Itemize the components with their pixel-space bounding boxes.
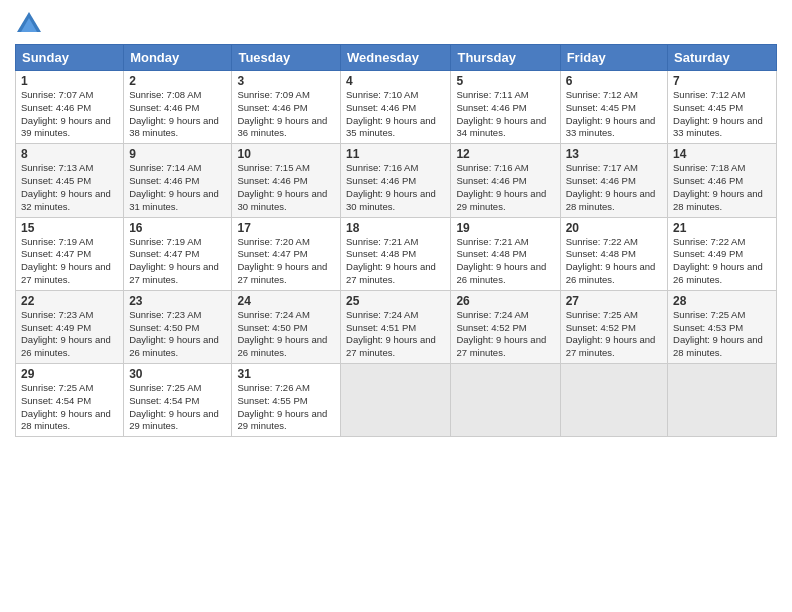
day-info: Sunrise: 7:25 AMSunset: 4:53 PMDaylight:… xyxy=(673,309,763,358)
day-number: 4 xyxy=(346,74,445,88)
calendar-cell: 2Sunrise: 7:08 AMSunset: 4:46 PMDaylight… xyxy=(124,71,232,144)
day-info: Sunrise: 7:21 AMSunset: 4:48 PMDaylight:… xyxy=(346,236,436,285)
day-info: Sunrise: 7:08 AMSunset: 4:46 PMDaylight:… xyxy=(129,89,219,138)
day-info: Sunrise: 7:25 AMSunset: 4:54 PMDaylight:… xyxy=(129,382,219,431)
col-header-tuesday: Tuesday xyxy=(232,45,341,71)
day-number: 2 xyxy=(129,74,226,88)
calendar-cell: 29Sunrise: 7:25 AMSunset: 4:54 PMDayligh… xyxy=(16,364,124,437)
calendar-cell: 4Sunrise: 7:10 AMSunset: 4:46 PMDaylight… xyxy=(341,71,451,144)
calendar-cell: 30Sunrise: 7:25 AMSunset: 4:54 PMDayligh… xyxy=(124,364,232,437)
calendar-cell: 11Sunrise: 7:16 AMSunset: 4:46 PMDayligh… xyxy=(341,144,451,217)
day-info: Sunrise: 7:18 AMSunset: 4:46 PMDaylight:… xyxy=(673,162,763,211)
calendar-cell: 24Sunrise: 7:24 AMSunset: 4:50 PMDayligh… xyxy=(232,290,341,363)
calendar-cell: 18Sunrise: 7:21 AMSunset: 4:48 PMDayligh… xyxy=(341,217,451,290)
day-number: 10 xyxy=(237,147,335,161)
day-number: 30 xyxy=(129,367,226,381)
day-number: 16 xyxy=(129,221,226,235)
day-info: Sunrise: 7:26 AMSunset: 4:55 PMDaylight:… xyxy=(237,382,327,431)
calendar-cell: 27Sunrise: 7:25 AMSunset: 4:52 PMDayligh… xyxy=(560,290,667,363)
day-info: Sunrise: 7:22 AMSunset: 4:48 PMDaylight:… xyxy=(566,236,656,285)
calendar-cell xyxy=(560,364,667,437)
day-info: Sunrise: 7:25 AMSunset: 4:52 PMDaylight:… xyxy=(566,309,656,358)
day-number: 15 xyxy=(21,221,118,235)
day-info: Sunrise: 7:19 AMSunset: 4:47 PMDaylight:… xyxy=(129,236,219,285)
calendar-week-1: 1Sunrise: 7:07 AMSunset: 4:46 PMDaylight… xyxy=(16,71,777,144)
col-header-sunday: Sunday xyxy=(16,45,124,71)
calendar-cell: 10Sunrise: 7:15 AMSunset: 4:46 PMDayligh… xyxy=(232,144,341,217)
calendar-cell: 23Sunrise: 7:23 AMSunset: 4:50 PMDayligh… xyxy=(124,290,232,363)
col-header-friday: Friday xyxy=(560,45,667,71)
day-number: 8 xyxy=(21,147,118,161)
calendar-cell xyxy=(668,364,777,437)
calendar-cell: 16Sunrise: 7:19 AMSunset: 4:47 PMDayligh… xyxy=(124,217,232,290)
day-info: Sunrise: 7:24 AMSunset: 4:52 PMDaylight:… xyxy=(456,309,546,358)
day-number: 3 xyxy=(237,74,335,88)
day-info: Sunrise: 7:21 AMSunset: 4:48 PMDaylight:… xyxy=(456,236,546,285)
day-number: 24 xyxy=(237,294,335,308)
calendar-cell xyxy=(451,364,560,437)
calendar-cell: 26Sunrise: 7:24 AMSunset: 4:52 PMDayligh… xyxy=(451,290,560,363)
day-number: 9 xyxy=(129,147,226,161)
calendar-cell xyxy=(341,364,451,437)
day-number: 31 xyxy=(237,367,335,381)
day-number: 27 xyxy=(566,294,662,308)
day-info: Sunrise: 7:16 AMSunset: 4:46 PMDaylight:… xyxy=(456,162,546,211)
calendar-cell: 7Sunrise: 7:12 AMSunset: 4:45 PMDaylight… xyxy=(668,71,777,144)
day-number: 19 xyxy=(456,221,554,235)
day-number: 11 xyxy=(346,147,445,161)
day-info: Sunrise: 7:13 AMSunset: 4:45 PMDaylight:… xyxy=(21,162,111,211)
day-info: Sunrise: 7:25 AMSunset: 4:54 PMDaylight:… xyxy=(21,382,111,431)
calendar-week-5: 29Sunrise: 7:25 AMSunset: 4:54 PMDayligh… xyxy=(16,364,777,437)
day-info: Sunrise: 7:12 AMSunset: 4:45 PMDaylight:… xyxy=(566,89,656,138)
calendar-cell: 15Sunrise: 7:19 AMSunset: 4:47 PMDayligh… xyxy=(16,217,124,290)
calendar-cell: 14Sunrise: 7:18 AMSunset: 4:46 PMDayligh… xyxy=(668,144,777,217)
calendar-cell: 31Sunrise: 7:26 AMSunset: 4:55 PMDayligh… xyxy=(232,364,341,437)
day-number: 6 xyxy=(566,74,662,88)
day-number: 5 xyxy=(456,74,554,88)
calendar-cell: 17Sunrise: 7:20 AMSunset: 4:47 PMDayligh… xyxy=(232,217,341,290)
calendar-cell: 25Sunrise: 7:24 AMSunset: 4:51 PMDayligh… xyxy=(341,290,451,363)
day-number: 1 xyxy=(21,74,118,88)
calendar-cell: 19Sunrise: 7:21 AMSunset: 4:48 PMDayligh… xyxy=(451,217,560,290)
day-info: Sunrise: 7:17 AMSunset: 4:46 PMDaylight:… xyxy=(566,162,656,211)
calendar-header-row: SundayMondayTuesdayWednesdayThursdayFrid… xyxy=(16,45,777,71)
day-info: Sunrise: 7:19 AMSunset: 4:47 PMDaylight:… xyxy=(21,236,111,285)
day-number: 25 xyxy=(346,294,445,308)
calendar-cell: 5Sunrise: 7:11 AMSunset: 4:46 PMDaylight… xyxy=(451,71,560,144)
calendar: SundayMondayTuesdayWednesdayThursdayFrid… xyxy=(15,44,777,437)
day-number: 20 xyxy=(566,221,662,235)
calendar-cell: 20Sunrise: 7:22 AMSunset: 4:48 PMDayligh… xyxy=(560,217,667,290)
calendar-cell: 21Sunrise: 7:22 AMSunset: 4:49 PMDayligh… xyxy=(668,217,777,290)
calendar-week-2: 8Sunrise: 7:13 AMSunset: 4:45 PMDaylight… xyxy=(16,144,777,217)
day-info: Sunrise: 7:12 AMSunset: 4:45 PMDaylight:… xyxy=(673,89,763,138)
day-info: Sunrise: 7:22 AMSunset: 4:49 PMDaylight:… xyxy=(673,236,763,285)
calendar-cell: 22Sunrise: 7:23 AMSunset: 4:49 PMDayligh… xyxy=(16,290,124,363)
day-number: 14 xyxy=(673,147,771,161)
calendar-week-3: 15Sunrise: 7:19 AMSunset: 4:47 PMDayligh… xyxy=(16,217,777,290)
day-info: Sunrise: 7:11 AMSunset: 4:46 PMDaylight:… xyxy=(456,89,546,138)
header xyxy=(15,10,777,38)
col-header-saturday: Saturday xyxy=(668,45,777,71)
calendar-cell: 6Sunrise: 7:12 AMSunset: 4:45 PMDaylight… xyxy=(560,71,667,144)
col-header-monday: Monday xyxy=(124,45,232,71)
logo-icon xyxy=(15,10,43,38)
calendar-cell: 3Sunrise: 7:09 AMSunset: 4:46 PMDaylight… xyxy=(232,71,341,144)
day-number: 29 xyxy=(21,367,118,381)
calendar-cell: 1Sunrise: 7:07 AMSunset: 4:46 PMDaylight… xyxy=(16,71,124,144)
day-number: 23 xyxy=(129,294,226,308)
page: SundayMondayTuesdayWednesdayThursdayFrid… xyxy=(0,0,792,612)
day-info: Sunrise: 7:07 AMSunset: 4:46 PMDaylight:… xyxy=(21,89,111,138)
calendar-cell: 12Sunrise: 7:16 AMSunset: 4:46 PMDayligh… xyxy=(451,144,560,217)
day-number: 7 xyxy=(673,74,771,88)
calendar-cell: 28Sunrise: 7:25 AMSunset: 4:53 PMDayligh… xyxy=(668,290,777,363)
day-info: Sunrise: 7:23 AMSunset: 4:49 PMDaylight:… xyxy=(21,309,111,358)
day-number: 18 xyxy=(346,221,445,235)
col-header-wednesday: Wednesday xyxy=(341,45,451,71)
day-number: 26 xyxy=(456,294,554,308)
calendar-week-4: 22Sunrise: 7:23 AMSunset: 4:49 PMDayligh… xyxy=(16,290,777,363)
day-number: 12 xyxy=(456,147,554,161)
day-info: Sunrise: 7:24 AMSunset: 4:50 PMDaylight:… xyxy=(237,309,327,358)
day-info: Sunrise: 7:14 AMSunset: 4:46 PMDaylight:… xyxy=(129,162,219,211)
logo xyxy=(15,10,45,38)
day-info: Sunrise: 7:20 AMSunset: 4:47 PMDaylight:… xyxy=(237,236,327,285)
